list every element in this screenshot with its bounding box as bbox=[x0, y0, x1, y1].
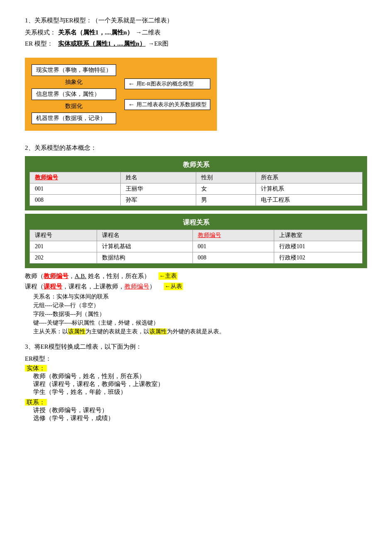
relation-0: 讲授（教师编号，课程号） bbox=[33, 406, 367, 414]
teacher-row1-col3: 计算机系 bbox=[256, 183, 362, 195]
world-diagram: 现实世界（事物，事物特征） 抽象化 信息世界（实体，属性） 数据化 机器世界（数… bbox=[25, 58, 217, 131]
course-fk-inline: 教师编号 bbox=[124, 283, 149, 290]
annotation-right: ←主表 bbox=[158, 272, 178, 280]
teacher-row2-col2: 男 bbox=[196, 195, 256, 206]
section1-title: 1、关系模型与ER模型：（一个关系就是一张二维表） bbox=[25, 17, 367, 24]
concept-line-1: 元组----记录---行（非空） bbox=[33, 302, 367, 309]
world-right: 用E-R图表示的概念模型 用二维表表示的关系数据模型 bbox=[124, 78, 210, 111]
dataization-label: 数据化 bbox=[32, 103, 116, 110]
teacher-pk-inline: 教师编号 bbox=[44, 273, 68, 279]
course-header-0: 课程号 bbox=[30, 230, 97, 241]
course-row2-col2: 008 bbox=[192, 252, 274, 264]
annotations-block: 教师（教师编号，A.B. 姓名，性别，所在系） ←主表 课程（课程号，课程名，上… bbox=[25, 272, 367, 291]
course-table-title: 课程关系 bbox=[29, 218, 363, 227]
concept-line-3: 键----关键字----标识属性（主键，外键，候选键） bbox=[33, 319, 367, 327]
relation-mode-label: 关系模式： bbox=[25, 29, 58, 37]
teacher-row1-col2: 女 bbox=[196, 183, 256, 195]
course-annotation-row: 课程（课程号，课程名，上课教师，教师编号） ←从表 bbox=[25, 283, 367, 291]
relation-mode-row: 关系模式： 关系名（属性1，....属性n） →二维表 bbox=[25, 29, 367, 37]
teacher-row1-col0: 001 bbox=[30, 183, 121, 195]
entity-label: 实体： bbox=[25, 365, 47, 372]
teacher-table-title: 教师关系 bbox=[29, 161, 363, 169]
section3: 3、将ER模型转换成二维表，以下面为例： ER模型： 实体： 教师（教师编号，姓… bbox=[25, 343, 367, 422]
course-header-1: 课程名 bbox=[97, 230, 192, 241]
relations-list: 讲授（教师编号，课程号） 选修（学号，课程号，成绩） bbox=[33, 406, 367, 422]
annotation-right2: ←从表 bbox=[164, 283, 183, 290]
teacher-row2-col3: 电子工程系 bbox=[256, 195, 362, 206]
entity-2: 学生（学号，姓名，年龄，班级） bbox=[33, 388, 367, 396]
course-annotation-text: 课程（课程号，课程名，上课教师，教师编号） bbox=[25, 283, 156, 291]
course-pk-inline: 课程号 bbox=[44, 283, 62, 290]
world-box1: 现实世界（事物，事物特征） bbox=[32, 64, 116, 76]
section3-title: 3、将ER模型转换成二维表，以下面为例： bbox=[25, 343, 367, 351]
teacher-ab: A.B. bbox=[75, 273, 86, 279]
course-row1-col1: 计算机基础 bbox=[97, 241, 192, 252]
section2-title: 2、关系模型的基本概念： bbox=[25, 144, 367, 152]
section1: 1、关系模型与ER模型：（一个关系就是一张二维表） 关系模式： 关系名（属性1，… bbox=[25, 17, 367, 137]
er-mode-row: ER 模型： 实体或联系（属性1，....属性n） →ER图 bbox=[25, 40, 367, 48]
course-row2-col0: 202 bbox=[30, 252, 97, 264]
relation-model-block: 关系模式： 关系名（属性1，....属性n） →二维表 ER 模型： 实体或联系… bbox=[25, 29, 367, 48]
concepts-block: 关系名：实体与实体间的联系 元组----记录---行（非空） 字段----数据项… bbox=[33, 293, 367, 335]
course-header-row: 课程号 课程名 教师编号 上课教室 bbox=[30, 230, 363, 241]
course-row2-col3: 行政楼102 bbox=[274, 252, 362, 264]
table-row: 008 孙军 男 电子工程系 bbox=[30, 195, 363, 206]
er-mode-label: ER 模型： bbox=[25, 40, 58, 48]
teacher-header-2: 性别 bbox=[196, 172, 256, 183]
teacher-annotation-text: 教师（教师编号，A.B. 姓名，性别，所在系） bbox=[25, 272, 150, 280]
world-box2: 信息世界（实体，属性） bbox=[32, 88, 116, 100]
abstraction-label: 抽象化 bbox=[32, 78, 116, 86]
world-right-item2: 用二维表表示的关系数据模型 bbox=[124, 99, 210, 110]
teacher-row1-col1: 王丽华 bbox=[121, 183, 196, 195]
world-left: 现实世界（事物，事物特征） 抽象化 信息世界（实体，属性） 数据化 机器世界（数… bbox=[32, 63, 116, 126]
table-row: 202 数据结构 008 行政楼102 bbox=[30, 252, 363, 264]
teacher-pk: 教师编号 bbox=[35, 174, 58, 181]
table-row: 001 王丽华 女 计算机系 bbox=[30, 183, 363, 195]
course-row2-col1: 数据结构 bbox=[97, 252, 192, 264]
concept-line-0: 关系名：实体与实体间的联系 bbox=[33, 293, 367, 301]
two-table-layout: 教师关系 教师编号 姓名 性别 所在系 001 王丽华 女 计算机系 bbox=[25, 156, 367, 268]
cong-tag: ←从表 bbox=[164, 283, 183, 290]
table-row: 201 计算机基础 001 行政楼101 bbox=[30, 241, 363, 252]
section2: 2、关系模型的基本概念： 教师关系 教师编号 姓名 性别 所在系 001 王丽华 bbox=[25, 144, 367, 335]
course-header-3: 上课教室 bbox=[274, 230, 362, 241]
highlight-attr1: 该属性 bbox=[68, 328, 85, 335]
zhu-tag: ←主表 bbox=[158, 272, 178, 280]
relation-1: 选修（学号，课程号，成绩） bbox=[33, 414, 367, 422]
teacher-header-row: 教师编号 姓名 性别 所在系 bbox=[30, 172, 363, 183]
entity-1: 课程（课程号，课程名，教师编号，上课教室） bbox=[33, 380, 367, 388]
teacher-annotation-row: 教师（教师编号，A.B. 姓名，性别，所在系） ←主表 bbox=[25, 272, 367, 280]
er-model-label: ER模型： bbox=[25, 355, 367, 363]
entity-0: 教师（教师编号，姓名，性别，所在系） bbox=[33, 372, 367, 380]
relation-mode-content: 关系名（属性1，....属性n） bbox=[58, 29, 133, 37]
teacher-header-0: 教师编号 bbox=[30, 172, 121, 183]
world-box3: 机器世界（数据项，记录） bbox=[32, 112, 116, 124]
relation-mode-arrow: →二维表 bbox=[136, 29, 161, 37]
er-mode-arrow: →ER图 bbox=[148, 40, 168, 48]
course-table-wrapper: 课程关系 课程号 课程名 教师编号 上课教室 201 计算机基础 001 bbox=[25, 214, 367, 268]
teacher-row2-col1: 孙军 bbox=[121, 195, 196, 206]
highlight-attr2: 该属性 bbox=[149, 328, 167, 335]
course-table: 课程号 课程名 教师编号 上课教室 201 计算机基础 001 行政楼101 2… bbox=[29, 230, 363, 264]
teacher-table-wrapper: 教师关系 教师编号 姓名 性别 所在系 001 王丽华 女 计算机系 bbox=[25, 156, 367, 210]
course-row1-col2: 001 bbox=[192, 241, 274, 252]
relation-name-text: 关系名 bbox=[58, 29, 77, 36]
course-fk: 教师编号 bbox=[198, 232, 221, 238]
world-diagram-inner: 现实世界（事物，事物特征） 抽象化 信息世界（实体，属性） 数据化 机器世界（数… bbox=[32, 63, 210, 126]
teacher-row2-col0: 008 bbox=[30, 195, 121, 206]
teacher-table: 教师编号 姓名 性别 所在系 001 王丽华 女 计算机系 008 bbox=[29, 172, 363, 206]
relation-section: 联系： 讲授（教师编号，课程号） 选修（学号，课程号，成绩） bbox=[25, 399, 367, 422]
entity-section: 实体： 教师（教师编号，姓名，性别，所在系） 课程（课程号，课程名，教师编号，上… bbox=[25, 364, 367, 396]
er-mode-content: 实体或联系（属性1，....属性n） bbox=[58, 40, 146, 48]
course-row1-col0: 201 bbox=[30, 241, 97, 252]
concept-line-4: 主从关系：以该属性为主键的表就是主表，以该属性为外键的表就是从表。 bbox=[33, 328, 367, 335]
concept-line-2: 字段----数据项---列（属性） bbox=[33, 311, 367, 318]
world-right-item1: 用E-R图表示的概念模型 bbox=[124, 78, 210, 89]
relation-label: 联系： bbox=[25, 399, 47, 406]
teacher-header-1: 姓名 bbox=[121, 172, 196, 183]
course-row1-col3: 行政楼101 bbox=[274, 241, 362, 252]
course-header-2: 教师编号 bbox=[192, 230, 274, 241]
entities-list: 教师（教师编号，姓名，性别，所在系） 课程（课程号，课程名，教师编号，上课教室）… bbox=[33, 372, 367, 396]
teacher-header-3: 所在系 bbox=[256, 172, 362, 183]
